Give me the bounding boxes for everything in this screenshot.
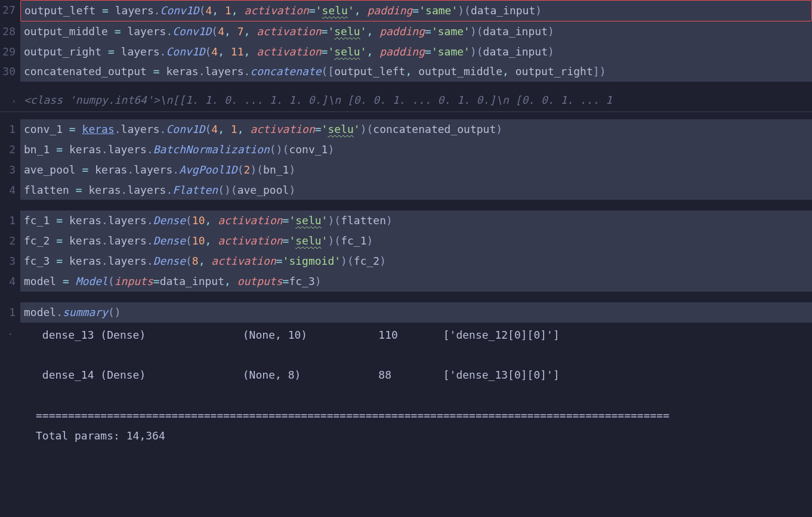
line-number: 28 [0, 21, 20, 42]
code-line[interactable]: 3fc_3 = keras.layers.Dense(8, activation… [0, 251, 812, 271]
summary-output-body: dense_13 (Dense) (None, 10) 110 ['dense_… [20, 325, 812, 446]
code-line[interactable]: 1fc_1 = keras.layers.Dense(10, activatio… [0, 210, 812, 231]
code-cell-1[interactable]: 27output_left = layers.Conv1D(4, 1, acti… [0, 0, 812, 82]
code-line[interactable]: 27output_left = layers.Conv1D(4, 1, acti… [0, 0, 812, 21]
code-text[interactable]: output_left = layers.Conv1D(4, 1, activa… [20, 0, 812, 21]
code-text[interactable]: model.summary() [20, 302, 812, 323]
code-line[interactable]: 4model = Model(inputs=data_input, output… [0, 271, 812, 292]
line-number: 3 [0, 160, 20, 180]
code-line[interactable]: 1model.summary() [0, 302, 812, 323]
code-text[interactable]: output_right = layers.Conv1D(4, 11, acti… [20, 42, 812, 62]
code-line[interactable]: 1conv_1 = keras.layers.Conv1D(4, 1, acti… [0, 119, 812, 140]
code-editor[interactable]: 27output_left = layers.Conv1D(4, 1, acti… [0, 0, 812, 446]
code-line[interactable]: 28output_middle = layers.Conv1D(4, 7, ac… [0, 21, 812, 42]
code-line[interactable]: 4flatten = keras.layers.Flatten()(ave_po… [0, 180, 812, 200]
line-number: 30 [0, 61, 20, 82]
code-text[interactable]: ave_pool = keras.layers.AvgPool1D(2)(bn_… [20, 160, 812, 180]
code-text[interactable]: output_middle = layers.Conv1D(4, 7, acti… [20, 21, 812, 42]
code-cell-4[interactable]: 1model.summary() [0, 302, 812, 323]
line-number: 1 [0, 119, 20, 140]
line-number: 2 [0, 140, 20, 160]
cell-output-2: ˅ dense_13 (Dense) (None, 10) 110 ['dens… [0, 325, 812, 446]
code-cell-2[interactable]: 1conv_1 = keras.layers.Conv1D(4, 1, acti… [0, 119, 812, 200]
code-text[interactable]: conv_1 = keras.layers.Conv1D(4, 1, activ… [20, 119, 812, 140]
code-line[interactable]: 29output_right = layers.Conv1D(4, 11, ac… [0, 42, 812, 62]
code-text[interactable]: fc_3 = keras.layers.Dense(8, activation=… [20, 251, 812, 271]
code-line[interactable]: 30concatenated_output = keras.layers.con… [0, 61, 812, 82]
code-text[interactable]: flatten = keras.layers.Flatten()(ave_poo… [20, 180, 812, 200]
line-number: 4 [0, 271, 20, 292]
line-number: 1 [0, 302, 20, 323]
line-number: 1 [0, 210, 20, 231]
code-text[interactable]: fc_2 = keras.layers.Dense(10, activation… [20, 231, 812, 251]
code-text[interactable]: concatenated_output = keras.layers.conca… [20, 61, 812, 82]
chevron-down-icon[interactable]: ˅ [8, 332, 13, 341]
cell-output-1: › <class 'numpy.int64'>\n[[1. 1. 0. ... … [0, 90, 812, 112]
line-number: 3 [0, 251, 20, 271]
line-number: 29 [0, 42, 20, 62]
chevron-right-icon[interactable]: › [11, 97, 16, 106]
code-line[interactable]: 3ave_pool = keras.layers.AvgPool1D(2)(bn… [0, 160, 812, 180]
code-line[interactable]: 2bn_1 = keras.layers.BatchNormalization(… [0, 140, 812, 160]
line-number: 27 [0, 0, 20, 20]
code-text[interactable]: bn_1 = keras.layers.BatchNormalization()… [20, 140, 812, 160]
code-text[interactable]: model = Model(inputs=data_input, outputs… [20, 271, 812, 292]
code-text[interactable]: fc_1 = keras.layers.Dense(10, activation… [20, 210, 812, 231]
output-text: <class 'numpy.int64'>\n[[1. 1. 0. ... 1.… [20, 90, 812, 110]
line-number: 4 [0, 180, 20, 200]
code-line[interactable]: 2fc_2 = keras.layers.Dense(10, activatio… [0, 231, 812, 251]
line-number: 2 [0, 231, 20, 251]
code-cell-3[interactable]: 1fc_1 = keras.layers.Dense(10, activatio… [0, 210, 812, 291]
